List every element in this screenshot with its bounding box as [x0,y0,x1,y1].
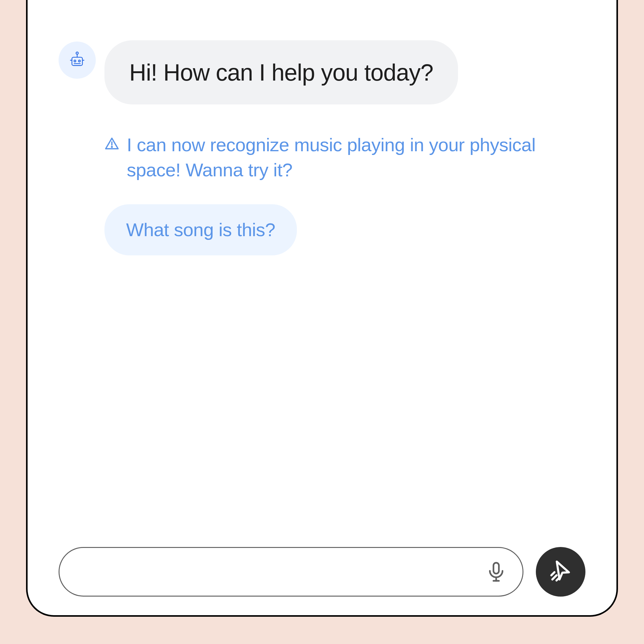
svg-point-2 [78,60,80,62]
suggestion-chip[interactable]: What song is this? [104,204,297,255]
svg-point-5 [76,52,78,54]
svg-line-15 [557,578,559,580]
chat-window: Hi! How can I help you today? I can now … [26,0,618,617]
svg-line-14 [552,575,556,579]
notice-block: I can now recognize music playing in you… [59,132,585,255]
warning-triangle-icon [104,132,119,157]
microphone-icon[interactable] [485,561,507,583]
bot-message-text: Hi! How can I help you today? [129,59,433,86]
svg-line-13 [551,572,554,575]
feature-notice: I can now recognize music playing in you… [104,132,585,183]
send-cursor-icon [548,559,573,585]
bot-message-bubble: Hi! How can I help you today? [104,40,458,104]
svg-point-9 [112,147,112,147]
suggestion-label: What song is this? [126,219,275,240]
notice-text: I can now recognize music playing in you… [127,132,585,183]
send-button[interactable] [536,547,585,597]
message-input-container[interactable] [59,547,523,597]
svg-point-1 [74,60,76,62]
bot-message-row: Hi! How can I help you today? [59,40,585,104]
robot-icon [68,51,86,70]
bot-avatar [59,42,96,79]
input-bar [59,547,585,597]
chat-area: Hi! How can I help you today? I can now … [59,40,585,535]
svg-rect-10 [493,563,499,574]
svg-rect-0 [72,57,82,66]
message-input[interactable] [75,562,485,581]
